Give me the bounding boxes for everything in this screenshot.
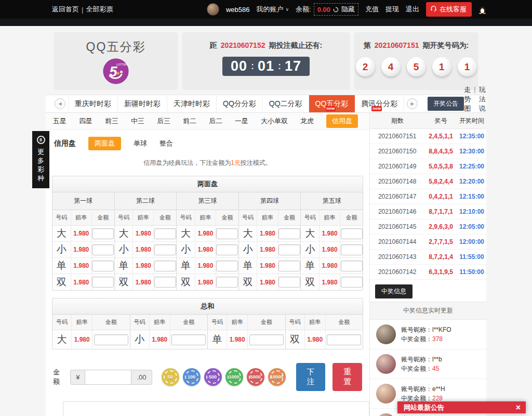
bet-amount-input[interactable] <box>341 277 363 288</box>
bet-option-小[interactable]: 小 <box>115 242 134 257</box>
bet-option-小[interactable]: 小 <box>52 242 71 257</box>
bet-option-双[interactable]: 双 <box>239 274 258 290</box>
bet-option-单[interactable]: 单 <box>239 258 258 274</box>
close-icon[interactable]: × <box>516 404 521 412</box>
total-amount-input[interactable] <box>85 370 131 385</box>
bet-amount-input[interactable] <box>154 277 176 288</box>
bet-option-单[interactable]: 单 <box>115 258 134 274</box>
sum-option-单[interactable]: 单 <box>208 330 227 349</box>
bet-amount-input[interactable] <box>92 261 114 271</box>
bet-amount-input[interactable] <box>327 334 361 345</box>
recharge-link[interactable]: 充值 <box>365 5 379 14</box>
bet-odds: 1.980 <box>71 258 92 274</box>
reset-button[interactable]: 重置 <box>332 363 362 391</box>
bet-amount-input[interactable] <box>278 244 300 255</box>
bet-option-大[interactable]: 大 <box>115 226 134 241</box>
bet-option-双[interactable]: 双 <box>177 274 195 290</box>
ball-group: 第三球号码赔率金额大1.980小1.980单1.980双1.980 <box>177 192 239 290</box>
tabs-scroll-right-button[interactable]: ▶ <box>407 98 418 109</box>
mode-两面盘[interactable]: 两面盘 <box>88 137 121 150</box>
user-avatar[interactable] <box>207 3 219 16</box>
tab-QQ二分彩[interactable]: QQ二分彩 <box>263 95 309 112</box>
bet-amount-input[interactable] <box>154 228 176 239</box>
subtab-大小单双[interactable]: 大小单双 <box>261 116 288 126</box>
bet-option-单[interactable]: 单 <box>52 258 71 274</box>
tab-腾讯分分彩[interactable]: 腾讯分分彩new <box>355 95 404 112</box>
subtab-五星[interactable]: 五星 <box>53 116 66 126</box>
draw-announcement-button[interactable]: 开奖公告 <box>428 97 464 111</box>
subtab-前三[interactable]: 前三 <box>105 116 118 126</box>
chip-100[interactable]: 100 <box>183 368 201 386</box>
subtab-后三[interactable]: 后三 <box>157 116 170 126</box>
sum-option-小[interactable]: 小 <box>130 330 150 349</box>
all-lottery-link[interactable]: 全部彩票 <box>86 5 113 14</box>
bet-amount-input[interactable] <box>92 228 114 239</box>
bet-amount-input[interactable] <box>278 277 300 288</box>
bet-option-大[interactable]: 大 <box>239 226 258 241</box>
tab-重庆时时彩[interactable]: 重庆时时彩 <box>68 95 118 112</box>
bet-amount-input[interactable] <box>154 244 176 255</box>
subtab-一星[interactable]: 一星 <box>235 116 248 126</box>
bet-amount-input[interactable] <box>94 334 128 345</box>
tab-天津时时彩[interactable]: 天津时时彩 <box>167 95 217 112</box>
bet-option-单[interactable]: 单 <box>301 258 320 274</box>
logout-link[interactable]: 退出 <box>406 5 419 14</box>
mode-整合[interactable]: 整合 <box>159 139 173 148</box>
bet-amount-input[interactable] <box>92 277 114 288</box>
bet-amount-input[interactable] <box>154 261 176 271</box>
winners-info-button[interactable]: 中奖信息 <box>375 284 413 298</box>
bet-row: 大1.980 <box>239 226 301 242</box>
online-service-button[interactable]: 在线客服 <box>426 2 472 17</box>
bet-amount-input[interactable] <box>171 334 206 345</box>
bet-amount-input[interactable] <box>216 261 238 271</box>
bet-option-大[interactable]: 大 <box>52 226 71 241</box>
tabs-scroll-left-button[interactable]: ◀ <box>55 98 65 109</box>
bet-amount-input[interactable] <box>341 261 363 271</box>
tab-QQ分分彩[interactable]: QQ分分彩 <box>217 95 263 112</box>
bet-option-双[interactable]: 双 <box>52 274 71 290</box>
bet-option-单[interactable]: 单 <box>177 258 195 274</box>
sum-option-大[interactable]: 大 <box>52 330 72 349</box>
bet-option-大[interactable]: 大 <box>177 226 195 241</box>
bet-amount-input[interactable] <box>216 244 238 255</box>
chip-1000[interactable]: 1000 <box>225 368 243 386</box>
bet-amount-input[interactable] <box>249 334 284 345</box>
bet-amount-input[interactable] <box>216 277 238 288</box>
more-lottery-button[interactable]: 8 更多彩种 <box>32 131 49 188</box>
bet-amount-input[interactable] <box>278 261 300 271</box>
qq-penguin-icon[interactable] <box>478 5 486 14</box>
bet-amount-input[interactable] <box>92 244 114 255</box>
chip-5000[interactable]: 5000 <box>247 368 264 386</box>
draw-prefix: 第 <box>364 41 371 50</box>
bet-amount-input[interactable] <box>341 244 363 255</box>
chip-500[interactable]: 500 <box>204 368 222 386</box>
col-header: 金额 <box>170 315 207 330</box>
bet-amount-input[interactable] <box>278 228 300 239</box>
bet-option-双[interactable]: 双 <box>301 274 320 290</box>
hide-balance-button[interactable]: 隐藏 <box>341 5 355 14</box>
subtab-前二[interactable]: 前二 <box>183 116 196 126</box>
mode-单球[interactable]: 单球 <box>134 139 147 148</box>
withdraw-link[interactable]: 提现 <box>385 5 399 14</box>
place-bet-button[interactable]: 下注 <box>296 363 326 391</box>
tab-QQ五分彩[interactable]: QQ五分彩new <box>309 95 355 112</box>
bet-amount-input[interactable] <box>216 228 238 239</box>
bet-option-大[interactable]: 大 <box>301 226 320 241</box>
chip-50[interactable]: 50 <box>162 368 179 386</box>
bet-option-小[interactable]: 小 <box>239 242 258 257</box>
subtab-后二[interactable]: 后二 <box>209 116 222 126</box>
subtab-信用盘[interactable]: 信用盘 <box>326 114 358 128</box>
subtab-龙虎[interactable]: 龙虎 <box>300 116 314 126</box>
subtab-四星[interactable]: 四星 <box>79 116 92 126</box>
tab-新疆时时彩[interactable]: 新疆时时彩 <box>118 95 167 112</box>
chip-10000[interactable]: 10000 <box>268 368 286 386</box>
bet-option-小[interactable]: 小 <box>177 242 195 257</box>
bet-option-双[interactable]: 双 <box>115 274 134 290</box>
sum-option-双[interactable]: 双 <box>286 330 305 349</box>
bet-amount-input[interactable] <box>341 228 363 239</box>
subtab-中三[interactable]: 中三 <box>131 116 144 126</box>
home-link[interactable]: 返回首页 <box>52 5 79 14</box>
refresh-icon[interactable] <box>333 7 339 12</box>
my-account-menu[interactable]: 我的账户 ∨ <box>256 5 289 14</box>
bet-option-小[interactable]: 小 <box>301 242 320 257</box>
